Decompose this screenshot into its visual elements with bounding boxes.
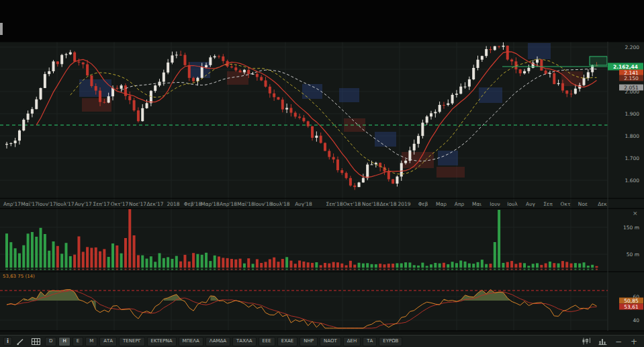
draw-tool-button[interactable] bbox=[14, 337, 27, 346]
ticker-button-ΜΠΕΛΑ[interactable]: ΜΠΕΛΑ bbox=[179, 337, 203, 346]
ticker-button-ΕΚΤΕΡΝΑ[interactable]: ΕΚΤΕΡΝΑ bbox=[147, 337, 177, 346]
ticker-button-M[interactable]: M bbox=[85, 337, 97, 346]
ticker-button-H[interactable]: H bbox=[58, 337, 70, 346]
time-axis-label: Ιουν'18 bbox=[255, 201, 273, 207]
ticker-button-ΤΕΝΕΡΓ[interactable]: ΤΕΝΕΡΓ bbox=[119, 337, 144, 346]
time-axis[interactable]: Απρ'17Μαϊ'17Ιουν'17Ιουλ'17Αυγ'17Σεπ'17Οκ… bbox=[3, 201, 607, 207]
time-axis-label: Οκτ bbox=[561, 201, 571, 207]
time-axis-label: Απρ bbox=[455, 201, 465, 207]
zone-box bbox=[82, 98, 111, 112]
time-axis-label: Αυγ'18 bbox=[295, 201, 312, 207]
rsi-tag-label: 53,61 bbox=[624, 304, 639, 310]
time-axis-label: Σεπ'18 bbox=[326, 201, 343, 207]
histogram-icon bbox=[598, 338, 607, 345]
price-axis-label: 1.600 bbox=[625, 178, 640, 184]
scroll-nub[interactable] bbox=[0, 23, 3, 35]
time-axis-label: Απρ'18 bbox=[220, 201, 237, 207]
grid-icon bbox=[32, 338, 40, 345]
candlestick-zoom-button[interactable] bbox=[579, 338, 594, 345]
ticker-button-ΕΧΑΕ[interactable]: ΕΧΑΕ bbox=[277, 337, 297, 346]
zone-box bbox=[227, 71, 248, 85]
time-axis-label: Ιουν'17 bbox=[38, 201, 56, 207]
time-axis-label: Αυγ'17 bbox=[75, 201, 92, 207]
volume-axis-label: 50 m bbox=[627, 252, 639, 258]
ticker-button-ΛΑΜΔΑ[interactable]: ΛΑΜΔΑ bbox=[205, 337, 230, 346]
price-tag-label: 2.150 bbox=[624, 75, 639, 81]
ticker-button-ΔΕΗ[interactable]: ΔΕΗ bbox=[343, 337, 361, 346]
time-axis-label: Αυγ bbox=[526, 201, 535, 207]
time-axis-label: Σεπ'17 bbox=[93, 201, 110, 207]
zoom-out-button[interactable]: − bbox=[612, 338, 625, 346]
time-axis-label: Μαϊ'17 bbox=[21, 201, 38, 207]
histogram-button[interactable] bbox=[596, 338, 610, 345]
rsi-tag-label: 50,85 bbox=[624, 298, 639, 304]
volume-axis-label: 150 m bbox=[623, 225, 639, 231]
ticker-button-ΕΕΕ[interactable]: ΕΕΕ bbox=[259, 337, 275, 346]
zone-box bbox=[190, 62, 210, 78]
time-axis-label: Δεκ bbox=[598, 201, 607, 207]
price-axis-label: 1.800 bbox=[625, 133, 640, 139]
zone-box bbox=[528, 43, 551, 59]
rsi-indicator-label: 53,63 75 (14) bbox=[3, 274, 35, 279]
ticker-button-E[interactable]: E bbox=[73, 337, 83, 346]
ticker-button-ΝΗΡ[interactable]: ΝΗΡ bbox=[300, 337, 318, 346]
ticker-button-ΑΤΑ[interactable]: ΑΤΑ bbox=[99, 337, 117, 346]
bottom-toolbar: i DHEMΑΤΑΤΕΝΕΡΓΕΚΤΕΡΝΑΜΠΕΛΑΛΑΜΔΑΤΑΧΛΑΕΕΕ… bbox=[0, 335, 644, 347]
candlestick-chart-icon bbox=[582, 338, 591, 345]
zoom-in-button[interactable]: + bbox=[627, 338, 641, 346]
chart-canvas[interactable]: Απρ'17Μαϊ'17Ιουν'17Ιουλ'17Αυγ'17Σεπ'17Οκ… bbox=[0, 0, 644, 347]
time-axis-label: Ιουλ'17 bbox=[56, 201, 74, 207]
price-tag-label: 2.051 bbox=[624, 85, 639, 91]
volume-pane-close-button[interactable]: × bbox=[633, 210, 638, 217]
time-axis-label: Απρ'17 bbox=[3, 201, 21, 207]
time-axis-label: 2018 bbox=[167, 201, 179, 207]
zone-box bbox=[438, 151, 458, 165]
zone-box bbox=[375, 132, 396, 147]
ticker-button-ΝΑΟΤ[interactable]: ΝΑΟΤ bbox=[320, 337, 341, 346]
time-axis-label: Μαι bbox=[472, 201, 481, 207]
time-axis-label: Ιουν bbox=[490, 201, 500, 207]
price-axis-label: 1.700 bbox=[625, 155, 640, 161]
time-axis-label: Δεκ'18 bbox=[379, 201, 396, 207]
price-tag-label: 2.162,44 bbox=[613, 64, 638, 70]
time-axis-label: Νοε'17 bbox=[129, 201, 146, 207]
ticker-tabs: DHEMΑΤΑΤΕΝΕΡΓΕΚΤΕΡΝΑΜΠΕΛΑΛΑΜΔΑΤΑΧΛΑΕΕΕΕΧ… bbox=[45, 337, 402, 346]
time-axis-label: Ιουλ'18 bbox=[271, 201, 289, 207]
rsi-axis-label: 40 bbox=[633, 317, 639, 323]
time-axis-label: Μαϊ'18 bbox=[237, 201, 255, 207]
pencil-icon bbox=[17, 338, 24, 345]
zone-box bbox=[479, 87, 502, 103]
time-axis-label: Σεπ bbox=[543, 201, 553, 207]
time-axis-label: Δεκ'17 bbox=[146, 201, 163, 207]
ticker-button-ΕΥΡΩΒ[interactable]: ΕΥΡΩΒ bbox=[379, 337, 402, 346]
time-axis-label: Μαρ bbox=[436, 201, 447, 207]
ticker-button-ΤΑ[interactable]: ΤΑ bbox=[363, 337, 377, 346]
time-axis-label: Οκτ'18 bbox=[343, 201, 361, 207]
time-axis-label: Νοε bbox=[578, 201, 588, 207]
zone-box bbox=[436, 167, 465, 178]
time-axis-label: Νοε'18 bbox=[362, 201, 379, 207]
ticker-button-D[interactable]: D bbox=[45, 337, 56, 346]
ticker-button-ΤΑΧΛΑ[interactable]: ΤΑΧΛΑ bbox=[232, 337, 256, 346]
time-axis-label: 2019 bbox=[398, 201, 410, 207]
price-axis-label: 1.900 bbox=[625, 111, 640, 117]
zone-box bbox=[339, 88, 359, 102]
trading-app: Απρ'17Μαϊ'17Ιουν'17Ιουλ'17Αυγ'17Σεπ'17Οκ… bbox=[0, 0, 644, 347]
zone-box bbox=[302, 84, 322, 99]
grid-view-button[interactable] bbox=[29, 337, 43, 346]
top-overlay-panel bbox=[0, 0, 644, 42]
info-button[interactable]: i bbox=[3, 337, 12, 346]
time-axis-label: Φεβ bbox=[418, 201, 428, 207]
time-axis-label: Ιουλ bbox=[507, 201, 518, 207]
time-axis-label: Φεβ'18 bbox=[184, 201, 202, 207]
time-axis-label: Οκτ'17 bbox=[111, 201, 129, 207]
price-axis-label: 2.200 bbox=[625, 44, 640, 50]
time-axis-label: Μαρ'18 bbox=[201, 201, 220, 207]
highlight-box bbox=[590, 56, 607, 65]
